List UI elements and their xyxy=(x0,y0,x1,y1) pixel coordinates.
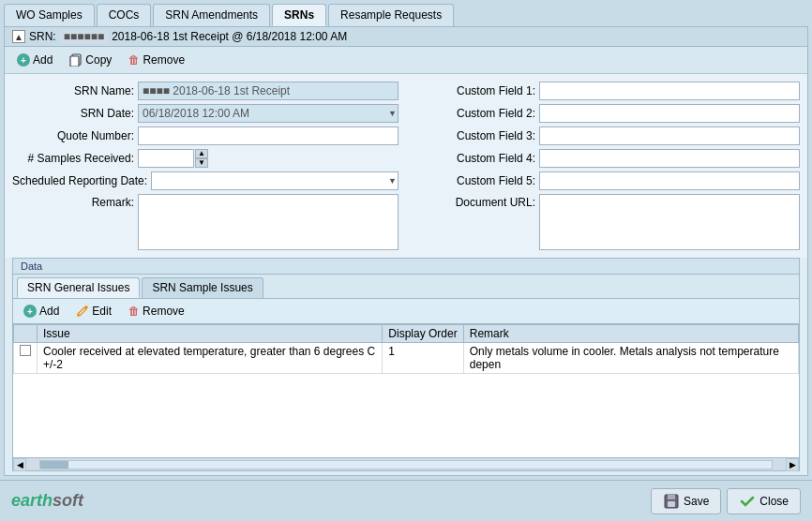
add-icon: + xyxy=(17,53,30,67)
add-label: Add xyxy=(33,53,53,67)
remark-label: Remark: xyxy=(12,194,134,209)
data-edit-label: Edit xyxy=(92,305,112,318)
samples-received-label: # Samples Received: xyxy=(12,152,134,165)
document-url-label: Document URL: xyxy=(414,194,535,209)
col-remark-header: Remark xyxy=(463,325,798,343)
close-button[interactable]: Close xyxy=(727,488,801,514)
earthsoft-logo: earthsoft xyxy=(11,491,83,511)
logo-earth: earth xyxy=(11,491,53,511)
custom-field-4-row: Custom Field 4: xyxy=(414,149,800,168)
col-display-order-header: Display Order xyxy=(383,325,463,343)
custom-field-4-input[interactable] xyxy=(539,149,800,168)
checkmark-icon xyxy=(739,493,756,510)
tab-srn-sample-issues[interactable]: SRN Sample Issues xyxy=(142,277,263,298)
scheduled-reporting-row: Scheduled Reporting Date: ▼ xyxy=(12,171,398,190)
custom-field-5-row: Custom Field 5: xyxy=(414,171,800,190)
srn-date-input[interactable] xyxy=(138,104,398,123)
remark-input[interactable] xyxy=(138,194,398,250)
remove-label: Remove xyxy=(143,53,185,67)
srn-date-label: SRN Date: xyxy=(12,107,134,120)
scroll-right-button[interactable]: ▶ xyxy=(786,458,799,471)
inner-tab-bar: SRN General Issues SRN Sample Issues xyxy=(13,275,799,299)
custom-field-4-label: Custom Field 4: xyxy=(414,152,535,165)
scroll-left-button[interactable]: ◀ xyxy=(13,458,26,471)
save-label: Save xyxy=(684,495,709,508)
row-issue: Cooler received at elevated temperature,… xyxy=(38,343,383,374)
samples-received-row: # Samples Received: ▲ ▼ xyxy=(12,149,398,168)
custom-field-2-input[interactable] xyxy=(539,104,800,123)
tab-cocs[interactable]: COCs xyxy=(97,4,152,26)
bottom-bar: earthsoft Save Close xyxy=(0,480,812,521)
close-label: Close xyxy=(759,495,789,508)
tab-srn-general-issues[interactable]: SRN General Issues xyxy=(17,277,140,298)
copy-icon xyxy=(69,53,83,67)
srn-name-input[interactable] xyxy=(138,82,398,100)
remark-row: Remark: xyxy=(12,194,398,250)
quote-number-row: Quote Number: xyxy=(12,127,398,145)
data-remove-button[interactable]: 🗑 Remove xyxy=(124,302,189,320)
save-button[interactable]: Save xyxy=(651,488,721,514)
remove-button[interactable]: 🗑 Remove xyxy=(124,51,189,69)
custom-field-5-input[interactable] xyxy=(539,171,800,190)
spin-down-button[interactable]: ▼ xyxy=(195,158,208,168)
tab-wo-samples[interactable]: WO Samples xyxy=(4,4,95,26)
form-area: SRN Name: SRN Date: ▼ Quote Number: # Sa… xyxy=(5,74,807,258)
scroll-track[interactable] xyxy=(39,460,773,469)
data-trash-icon: 🗑 xyxy=(128,305,140,318)
spin-buttons: ▲ ▼ xyxy=(195,149,208,168)
tab-bar: WO Samples COCs SRN Amendments SRNs Resa… xyxy=(0,0,812,26)
add-button[interactable]: + Add xyxy=(12,51,57,69)
custom-field-5-label: Custom Field 5: xyxy=(414,174,535,187)
samples-received-input[interactable] xyxy=(138,149,194,168)
svg-rect-3 xyxy=(668,495,675,499)
scroll-thumb[interactable] xyxy=(40,461,68,469)
document-url-row: Document URL: xyxy=(414,194,800,250)
scheduled-reporting-dropdown[interactable]: ▼ xyxy=(151,171,398,190)
data-add-button[interactable]: + Add xyxy=(19,302,64,320)
srn-id: ■■■■■■ xyxy=(60,30,109,43)
tab-resample-requests[interactable]: Resample Requests xyxy=(328,4,454,26)
custom-field-3-label: Custom Field 3: xyxy=(414,129,535,142)
content-area: ▲ SRN: ■■■■■■ 2018-06-18 1st Receipt @ 6… xyxy=(4,26,808,476)
custom-field-3-input[interactable] xyxy=(539,127,800,145)
copy-label: Copy xyxy=(85,53,112,67)
pencil-icon xyxy=(76,305,89,318)
col-checkbox-header xyxy=(14,325,38,343)
tab-srns[interactable]: SRNs xyxy=(272,4,326,26)
data-add-icon: + xyxy=(23,305,37,318)
data-remove-label: Remove xyxy=(143,305,185,318)
form-left: SRN Name: SRN Date: ▼ Quote Number: # Sa… xyxy=(12,82,414,250)
custom-field-3-row: Custom Field 3: xyxy=(414,127,800,145)
data-section: Data SRN General Issues SRN Sample Issue… xyxy=(12,258,800,471)
spin-up-button[interactable]: ▲ xyxy=(195,149,208,158)
scheduled-reporting-label: Scheduled Reporting Date: xyxy=(12,174,147,187)
tab-srn-amendments[interactable]: SRN Amendments xyxy=(153,4,270,26)
svg-rect-4 xyxy=(668,501,675,507)
quote-number-label: Quote Number: xyxy=(12,129,134,142)
srn-name-row: SRN Name: xyxy=(12,82,398,100)
collapse-button[interactable]: ▲ xyxy=(12,30,25,43)
save-icon xyxy=(663,493,680,510)
copy-button[interactable]: Copy xyxy=(65,51,116,69)
form-right: Custom Field 1: Custom Field 2: Custom F… xyxy=(414,82,800,250)
scheduled-reporting-input[interactable] xyxy=(151,171,398,190)
quote-number-input[interactable] xyxy=(138,127,398,145)
custom-field-1-input[interactable] xyxy=(539,82,800,100)
srn-name-label: SRN Name: xyxy=(12,84,134,97)
trash-icon: 🗑 xyxy=(128,53,140,67)
table-row[interactable]: Cooler received at elevated temperature,… xyxy=(14,343,799,374)
srn-date-info: 2018-06-18 1st Receipt @ 6/18/2018 12:00… xyxy=(112,30,347,43)
row-checkbox[interactable] xyxy=(20,345,31,356)
custom-field-2-label: Custom Field 2: xyxy=(414,107,535,120)
row-remark: Only metals volume in cooler. Metals ana… xyxy=(463,343,798,374)
custom-field-1-label: Custom Field 1: xyxy=(414,84,535,97)
data-toolbar: + Add Edit 🗑 Remove xyxy=(13,299,799,324)
data-label: Data xyxy=(13,259,799,275)
bottom-buttons: Save Close xyxy=(651,488,801,514)
srn-toolbar: + Add Copy 🗑 Remove xyxy=(5,47,807,74)
horizontal-scrollbar[interactable]: ◀ ▶ xyxy=(13,457,799,470)
srn-date-dropdown[interactable]: ▼ xyxy=(138,104,398,123)
data-edit-button[interactable]: Edit xyxy=(71,302,116,320)
document-url-input[interactable] xyxy=(539,194,800,250)
custom-field-1-row: Custom Field 1: xyxy=(414,82,800,100)
